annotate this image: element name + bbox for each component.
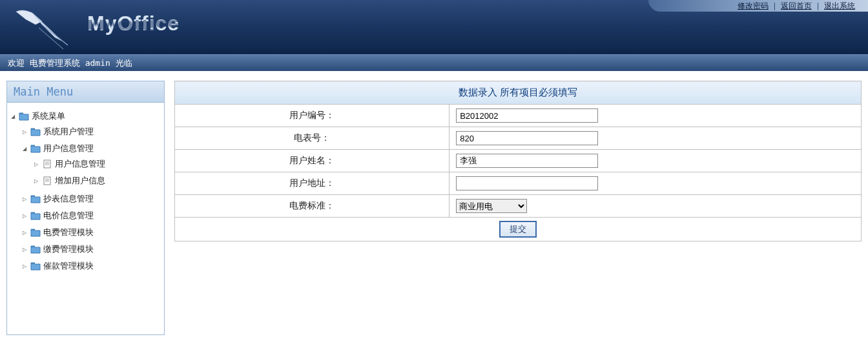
collapse-icon: ◢ [21,145,28,152]
bird-icon [6,5,71,50]
file-icon [42,176,52,185]
home-link[interactable]: 返回首页 [781,1,812,12]
tree-label: 系统菜单 [32,110,65,122]
tree-label: 用户信息管理 [43,143,94,154]
folder-icon [30,127,41,136]
logout-link[interactable]: 退出系统 [824,1,855,12]
tree-label: 电价信息管理 [43,210,94,221]
welcome-bar: 欢迎 电费管理系统 admin 光临 [0,54,868,71]
header-links: 修改密码 | 返回首页 | 退出系统 [648,0,868,12]
logo: MyOffice MyOffice [6,5,180,54]
expand-icon: ▷ [33,178,39,184]
tree-root[interactable]: ◢ 系统菜单 [10,109,161,123]
folder-icon [30,211,41,220]
tree-item-price-info[interactable]: ▷ 电价信息管理 [21,209,161,223]
expand-icon: ▷ [21,263,28,269]
tree-label: 缴费管理模块 [43,243,94,255]
folder-icon [30,194,41,203]
tree-label: 用户信息管理 [55,158,105,170]
change-password-link[interactable]: 修改密码 [738,1,769,12]
tree-item-add-user[interactable]: ▷ 增加用户信息 [33,174,161,188]
tree-item-sys-user[interactable]: ▷ 系统用户管理 [21,125,161,139]
submit-button[interactable]: 提交 [499,221,537,238]
content: Main Menu ◢ 系统菜单 ▷ 系统用户管理 [0,71,868,345]
expand-icon: ▷ [21,229,28,236]
expand-icon: ▷ [33,161,39,167]
data-entry-form: 数据录入 所有项目必须填写 用户编号： 电表号： 用户姓名： 用户地址： 电费标… [174,81,862,241]
tree-item-meter-read[interactable]: ▷ 抄表信息管理 [21,192,161,206]
sidebar-title: Main Menu [6,81,165,103]
label-user-address: 用户地址： [175,172,450,195]
svg-rect-6 [44,177,50,185]
expand-icon: ▷ [21,212,28,219]
tree-label: 抄表信息管理 [43,193,94,205]
file-icon [42,159,52,169]
tree-item-user-info-sub[interactable]: ▷ 用户信息管理 [33,157,161,171]
svg-rect-2 [44,160,50,168]
input-user-name[interactable] [456,154,598,168]
collapse-icon: ◢ [10,113,16,119]
folder-icon [30,245,41,254]
folder-icon [30,262,41,271]
tree-item-payment[interactable]: ▷ 缴费管理模块 [21,242,161,256]
nav-tree: ◢ 系统菜单 ▷ 系统用户管理 ◢ [6,103,165,335]
main-content: 数据录入 所有项目必须填写 用户编号： 电表号： 用户姓名： 用户地址： 电费标… [174,81,862,335]
label-fee-standard: 电费标准： [175,195,450,218]
tree-item-fee-mgmt[interactable]: ▷ 电费管理模块 [21,225,161,240]
input-meter-no[interactable] [456,131,598,145]
tree-item-reminder[interactable]: ▷ 催款管理模块 [21,259,161,273]
tree-label: 催款管理模块 [43,260,94,272]
form-header: 数据录入 所有项目必须填写 [175,81,862,105]
sidebar: Main Menu ◢ 系统菜单 ▷ 系统用户管理 [6,81,165,335]
label-user-id: 用户编号： [175,105,450,127]
logo-text: MyOffice MyOffice [87,12,180,54]
input-user-id[interactable] [456,108,598,123]
expand-icon: ▷ [21,246,28,252]
tree-label: 增加用户信息 [55,175,105,187]
tree-item-user-info[interactable]: ◢ 用户信息管理 [21,141,161,156]
label-user-name: 用户姓名： [175,150,450,172]
tree-label: 电费管理模块 [43,227,94,238]
expand-icon: ▷ [21,196,28,202]
select-fee-standard[interactable]: 商业用电 [456,199,527,213]
expand-icon: ▷ [21,128,28,135]
app-header: 修改密码 | 返回首页 | 退出系统 MyOffice MyOffice [0,0,868,54]
folder-icon [30,144,41,153]
label-meter-no: 电表号： [175,127,450,150]
folder-icon [30,228,41,237]
separator: | [774,1,776,10]
input-user-address[interactable] [456,176,598,190]
folder-icon [19,112,29,121]
tree-label: 系统用户管理 [43,126,94,138]
separator: | [817,1,819,10]
